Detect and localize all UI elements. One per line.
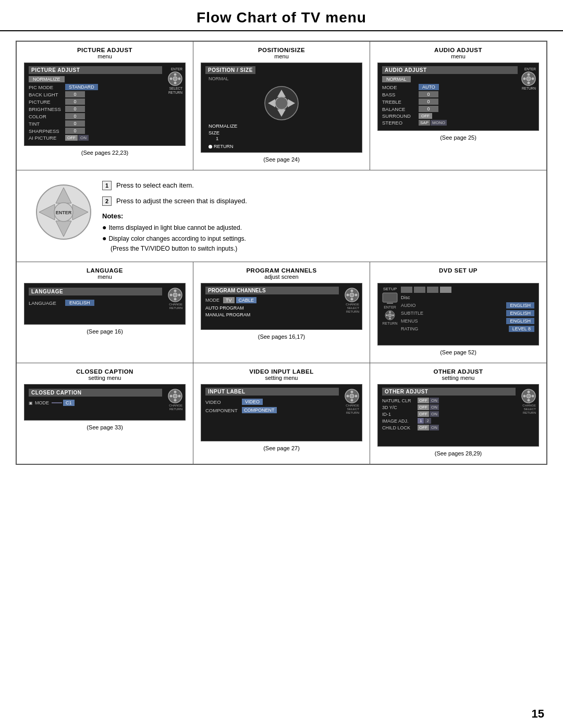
audio-dvd-label: AUDIO [401,303,416,308]
audio-dvd-value: ENGLISH [506,302,534,309]
prog-mode-label: MODE [205,298,223,303]
cc-c1-value: C1 [63,400,75,406]
bass-label: BASS [382,92,419,97]
svg-point-4 [178,78,181,80]
oa-label: OTHER ADJUST [377,368,539,375]
position-size-cell: POSITION/SIZE menu POSITION / SIZE NORMA… [193,42,370,170]
instr-num-1: 1 [102,181,112,190]
svg-point-3 [170,78,173,80]
color-row: COLOR 0 [29,113,162,119]
dvd-screen: SETUP ENTER [377,283,539,346]
3dyc-off: OFF [418,404,429,410]
3dyc-on: ON [430,404,439,410]
svg-point-14 [528,82,530,84]
balance-row: BALANCE 0 [382,106,518,112]
aipicture-on: ON [78,135,89,141]
childlock-off: OFF [418,425,429,430]
change-label-lang: CHANGE [169,303,182,306]
svg-point-36 [350,293,354,297]
language-field-label: LANGUAGE [29,300,65,306]
svg-point-26 [174,290,177,292]
backlight-label: BACK LIGHT [29,92,65,97]
enter-label-pic: ENTER [171,67,182,71]
prog-see-page: (See pages 16,17) [201,334,362,340]
audio-adjust-cell: AUDIO ADJUST menu AUDIO ADJUST NORMAL MO… [370,42,546,170]
svg-point-46 [174,391,177,393]
tint-label: TINT [29,121,65,127]
dvd-top: SETUP ENTER [382,287,534,334]
dvd-tab-2 [414,287,425,293]
notes-text: ●Items displayed in light blue cannot be… [102,222,536,253]
menus-dvd-row: MENUS ENGLISH [401,318,534,324]
svg-point-43 [392,314,394,316]
id1-on: ON [430,411,439,417]
program-channels-cell: PROGRAM CHANNELS adjust screen PROGRAM C… [193,262,370,363]
rating-dvd-value: LEVEL 8 [509,326,534,332]
svg-point-55 [355,395,358,398]
change-label-cc: CHANGE [169,404,182,407]
picture-adjust-screen: PICTURE ADJUST NORMALIZE PIC MODE STANDA… [24,63,186,146]
tint-row: TINT 0 [29,120,162,127]
imageadj-row: IMAGE ADJ. 1 2 [382,418,516,424]
svg-point-27 [174,298,177,301]
svg-rect-38 [387,303,393,304]
pos-normalize: NORMALIZE [209,123,237,129]
change-label-oa: CHANGE [522,404,536,407]
cc-icon: ▣ [29,401,33,405]
cc-mode-label: MODE [35,400,52,405]
svg-point-13 [528,73,530,76]
treble-row: TREBLE 0 [382,98,518,105]
svg-point-41 [389,317,391,319]
oa-cell: OTHER ADJUST setting menu OTHER ADJUST N… [370,363,546,464]
component-label: COMPONENT [205,408,242,413]
notes-title: Notes: [102,212,536,220]
dvd-setup-cell: DVD SET UP SETUP ENTER [370,262,546,363]
vil-cell: VIDEO INPUT LABEL setting menu INPUT LAB… [193,363,370,464]
svg-point-44 [388,314,391,317]
brightness-row: BRIGHTNESS 0 [29,106,162,112]
id1-off: OFF [418,411,429,417]
picmode-value: STANDARD [65,84,98,90]
language-cell: LANGUAGE menu LANGUAGE LANGUAGE ENGLISH [17,262,193,363]
childlock-label: CHILD LOCK [382,425,418,430]
return-label-lang: RETURN [169,306,182,310]
svg-point-58 [528,391,530,393]
vil-see-page: (See page 27) [201,445,362,451]
manual-program-row: MANUAL PROGRAM [205,312,339,317]
backlight-row: BACK LIGHT 0 [29,91,162,97]
pos-size-label: SIZE [209,130,219,135]
return-label-cc: RETURN [169,408,182,411]
position-size-screen: POSITION / SIZE NORMAL [201,63,362,153]
prog-label: PROGRAM CHANNELS [201,267,362,274]
page-container: Flow Chart of TV menu PICTURE ADJUST men… [0,0,563,728]
video-label: VIDEO [205,399,242,405]
vil-label: VIDEO INPUT LABEL [201,368,362,375]
lang-see-page: (See page 16) [24,328,186,335]
subtitle-dvd-value: ENGLISH [506,310,534,316]
dvd-label: DVD SET UP [377,267,539,274]
component-value: COMPONENT [242,407,277,413]
auto-program-row: AUTO PROGRAM [205,305,339,311]
pos-dpad-icon [264,85,299,121]
dvd-tabs-content: Disc AUDIO ENGLISH SUBTITLE ENGLISH MENU… [401,287,534,334]
note-1: ●Items displayed in light blue cannot be… [102,222,536,233]
bullet-2: ● [102,234,106,242]
main-content: PICTURE ADJUST menu PICTURE ADJUST NORMA… [16,41,547,465]
cc-label: CLOSED CAPTION [24,368,186,375]
svg-point-33 [351,298,353,301]
audio-adjust-sublabel: menu [377,53,539,59]
oa-see-page: (See pages 28,29) [377,450,539,456]
picmode-row: PIC MODE STANDARD [29,84,162,90]
select-label-vil: SELECT [347,408,359,411]
tv-icon-svg [382,292,398,304]
svg-point-60 [523,395,526,398]
instructions-area: 1 Press to select each item. 2 Press to … [95,181,536,253]
oa-screen-title: OTHER ADJUST [382,388,516,396]
svg-point-16 [532,78,534,80]
dial-icon-cc [168,389,182,403]
audio-adjust-label: AUDIO ADJUST [377,47,539,53]
dpad-area: ENTER [27,181,95,236]
svg-point-11 [275,97,288,109]
oa-sublabel: setting menu [377,375,539,381]
setup-text: SETUP [383,287,397,291]
